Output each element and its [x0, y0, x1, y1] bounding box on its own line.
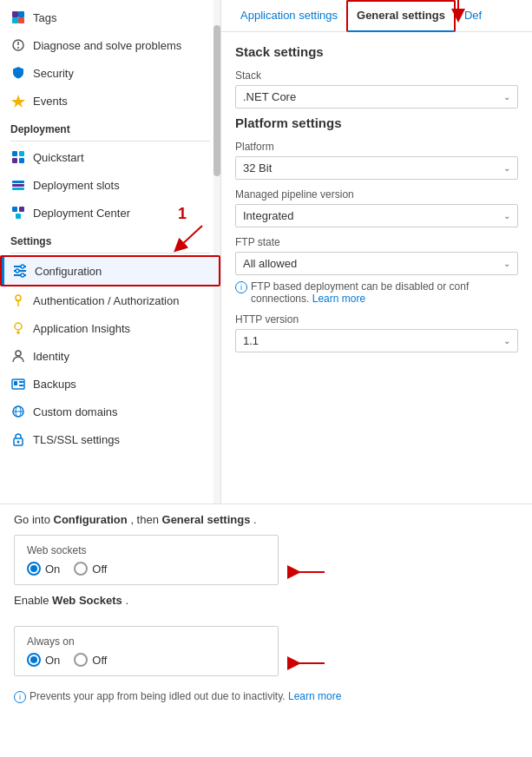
instruction-text: Go into Configuration , then General set…: [14, 513, 518, 526]
managed-pipeline-dropdown[interactable]: Integrated ⌄: [235, 204, 518, 227]
ftp-learn-more-link[interactable]: Learn more: [312, 293, 365, 305]
diagnose-icon: [10, 37, 26, 53]
svg-rect-34: [19, 385, 23, 386]
always-on-learn-more-link[interactable]: Learn more: [288, 690, 341, 702]
sidebar-item-diagnose[interactable]: Diagnose and solve problems: [0, 31, 220, 59]
stack-value: .NET Core: [243, 90, 296, 103]
domains-icon: [10, 404, 26, 419]
always-on-on-label: On: [45, 654, 60, 667]
tab-application-settings[interactable]: Application settings: [232, 0, 346, 32]
svg-rect-2: [12, 17, 18, 23]
always-on-off-radio[interactable]: [74, 653, 88, 667]
sidebar-item-deployment-center[interactable]: Deployment Center: [0, 199, 220, 227]
web-sockets-toggle-box: Web sockets On Off: [14, 535, 279, 585]
instruction-suffix: .: [253, 513, 257, 526]
platform-settings-section: Platform settings Platform 32 Bit ⌄ Mana…: [235, 115, 518, 352]
instruction-middle: , then: [130, 513, 161, 526]
tags-icon: [10, 10, 26, 25]
sidebar-item-events[interactable]: Events: [0, 87, 220, 115]
svg-point-21: [21, 265, 24, 268]
sidebar-item-tls-label: TLS/SSL settings: [33, 433, 120, 446]
enable-suffix: .: [125, 594, 128, 607]
managed-pipeline-label: Managed pipeline version: [235, 188, 518, 201]
svg-rect-13: [12, 184, 24, 187]
chevron-down-icon-3: ⌄: [503, 211, 510, 221]
ftp-info-icon: i: [235, 281, 247, 293]
svg-rect-11: [19, 158, 24, 163]
sidebar-item-tags-label: Tags: [33, 11, 56, 24]
http-version-value: 1.1: [243, 334, 259, 347]
svg-rect-0: [12, 11, 18, 17]
settings-section-header: Settings: [0, 227, 220, 251]
ftp-dropdown[interactable]: All allowed ⌄: [235, 252, 518, 275]
tab-general-settings[interactable]: General settings: [346, 0, 456, 32]
sidebar-item-deployment-center-label: Deployment Center: [33, 207, 130, 220]
chevron-down-icon: ⌄: [503, 92, 510, 102]
sidebar-item-deployment-slots[interactable]: Deployment slots: [0, 171, 220, 199]
svg-rect-12: [12, 181, 24, 183]
always-on-on-option[interactable]: On: [27, 653, 60, 667]
sidebar-item-tags[interactable]: Tags: [0, 3, 220, 31]
settings-divider: [10, 253, 210, 253]
always-on-radio-group: On Off: [27, 653, 266, 667]
events-icon: [10, 93, 26, 109]
svg-rect-32: [14, 381, 17, 385]
http-version-label: HTTP version: [235, 313, 518, 326]
tab-default-documents[interactable]: Def: [456, 0, 490, 32]
sidebar-item-auth[interactable]: Authentication / Authorization: [0, 286, 220, 314]
sidebar-item-domains-label: Custom domains: [33, 405, 118, 418]
platform-settings-title: Platform settings: [235, 115, 518, 130]
chevron-down-icon-5: ⌄: [503, 336, 510, 346]
quickstart-icon: [10, 149, 26, 165]
sidebar-item-backups-label: Backups: [33, 378, 76, 391]
tls-icon: [10, 431, 26, 447]
sidebar-item-insights[interactable]: Application Insights: [0, 314, 220, 342]
ftp-info-box: i FTP based deployment can be disabled o…: [235, 280, 518, 305]
stack-label: Stack: [235, 69, 518, 82]
web-sockets-off-radio[interactable]: [74, 562, 88, 576]
platform-value: 32 Bit: [243, 161, 272, 174]
sidebar-item-quickstart-label: Quickstart: [33, 151, 84, 164]
sidebar-item-backups[interactable]: Backups: [0, 370, 220, 398]
always-on-label: Always on: [27, 635, 266, 648]
sidebar-item-configuration[interactable]: Configuration: [0, 255, 220, 286]
svg-rect-8: [12, 151, 17, 156]
ftp-info-text: FTP based deployment can be disabled or …: [251, 280, 518, 305]
config-icon: [12, 263, 28, 279]
sidebar-item-domains[interactable]: Custom domains: [0, 398, 220, 425]
chevron-down-icon-2: ⌄: [503, 163, 510, 173]
web-sockets-on-radio[interactable]: [27, 562, 41, 576]
insights-icon: [10, 320, 26, 336]
always-on-off-option[interactable]: Off: [74, 653, 107, 667]
stack-dropdown[interactable]: .NET Core ⌄: [235, 85, 518, 109]
enable-instruction: Enable Web Sockets .: [14, 594, 518, 607]
svg-point-22: [16, 269, 19, 273]
tabs-bar: Application settings General settings De…: [221, 0, 532, 32]
platform-dropdown[interactable]: 32 Bit ⌄: [235, 156, 518, 180]
web-sockets-label: Web sockets: [27, 544, 266, 556]
web-sockets-on-option[interactable]: On: [27, 562, 60, 576]
chevron-down-icon-4: ⌄: [503, 259, 510, 268]
sidebar-item-security[interactable]: Security: [0, 59, 220, 87]
instruction-prefix: Go into: [14, 513, 54, 526]
svg-rect-3: [18, 17, 24, 23]
svg-point-27: [15, 323, 22, 330]
sidebar-item-diagnose-label: Diagnose and solve problems: [33, 39, 181, 52]
always-on-off-label: Off: [92, 654, 107, 667]
stack-settings-section: Stack settings Stack .NET Core ⌄: [235, 44, 518, 109]
auth-icon: [10, 293, 26, 308]
deployment-center-icon: [10, 205, 26, 221]
sidebar-item-tls[interactable]: TLS/SSL settings: [0, 425, 220, 453]
instruction-link1: Configuration: [54, 513, 128, 526]
always-on-on-radio[interactable]: [27, 653, 41, 667]
sidebar-item-identity[interactable]: Identity: [0, 342, 220, 370]
web-sockets-off-option[interactable]: Off: [74, 562, 107, 576]
enable-bold: Web Sockets: [52, 594, 122, 607]
security-icon: [10, 65, 26, 81]
http-version-dropdown[interactable]: 1.1 ⌄: [235, 329, 518, 352]
always-on-info-text: Prevents your app from being idled out d…: [30, 690, 341, 702]
sidebar-item-quickstart[interactable]: Quickstart: [0, 143, 220, 171]
svg-rect-9: [19, 151, 24, 156]
managed-pipeline-value: Integrated: [243, 209, 294, 222]
platform-label: Platform: [235, 141, 518, 153]
